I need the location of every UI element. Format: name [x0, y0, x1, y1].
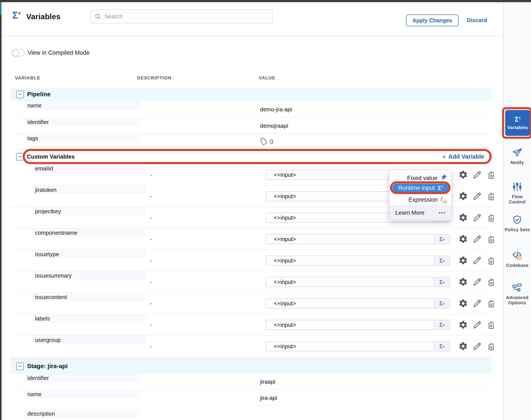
runtime-input-type-button[interactable]: Σx: [434, 299, 450, 308]
column-header-value: VALUE: [259, 75, 275, 80]
variable-value: demo-jra-api: [260, 106, 292, 113]
plus-icon: +: [442, 153, 446, 160]
edit-pencil-icon[interactable]: [472, 277, 482, 287]
add-variable-button[interactable]: + Add Variable: [442, 153, 484, 160]
variable-name: tags: [25, 134, 140, 143]
variable-description: -: [150, 278, 152, 285]
value-type-menu: Fixed value Runtime input Σx Expression …: [389, 170, 451, 221]
section-title: Stage: jira-api: [27, 363, 68, 370]
menu-item-fixed-value[interactable]: Fixed value: [407, 174, 447, 182]
page-title: Variables: [26, 12, 61, 21]
sidebar-item-flow-control[interactable]: Flow Control: [503, 181, 531, 205]
window-left-accent: [0, 2, 1, 15]
tag-icon: [260, 138, 267, 146]
edit-pencil-icon[interactable]: [472, 234, 482, 244]
search-input[interactable]: [104, 13, 258, 20]
table-row: name demo-jra-api: [10, 101, 492, 118]
window-left-edge: [0, 2, 1, 420]
table-row: description: [10, 406, 492, 420]
variable-name: projectkey: [32, 207, 145, 216]
delete-trash-icon[interactable]: [486, 299, 496, 308]
sidebar-item-advanced-options[interactable]: Advanced Options: [503, 282, 531, 305]
delete-trash-icon[interactable]: [486, 234, 496, 244]
value-input[interactable]: <+input>Σx: [266, 255, 450, 266]
collapse-icon[interactable]: −: [16, 153, 24, 161]
delete-trash-icon[interactable]: [486, 170, 496, 180]
settings-gear-icon[interactable]: [458, 320, 468, 330]
flowchart-gear-icon: [512, 282, 522, 293]
search-box[interactable]: [90, 9, 273, 24]
edit-pencil-icon[interactable]: [472, 213, 482, 223]
runtime-input-type-button[interactable]: Σx: [434, 277, 450, 286]
right-sidebar: Σx Variables Notify Flow Control Policy …: [503, 2, 531, 420]
window-top-edge: [0, 0, 531, 2]
sidebar-item-policy-sets[interactable]: Policy Sets: [503, 215, 531, 232]
variable-name: emailid: [32, 164, 145, 173]
variable-name: identifier: [25, 118, 140, 126]
value-input[interactable]: <+input>Σx: [266, 298, 450, 308]
sigma-icon: Σx: [515, 116, 521, 123]
delete-trash-icon[interactable]: [486, 191, 496, 201]
section-title: Pipeline: [27, 91, 50, 98]
apply-changes-button[interactable]: Apply Changes: [406, 15, 459, 26]
value-input[interactable]: <+input>Σx: [266, 277, 450, 287]
variable-description: -: [150, 300, 152, 307]
collapse-icon[interactable]: −: [16, 362, 24, 370]
settings-gear-icon[interactable]: [458, 191, 468, 201]
variable-name: issuesummary: [32, 271, 145, 280]
sliders-icon: [512, 181, 522, 192]
discard-button[interactable]: Discard: [467, 17, 487, 23]
settings-gear-icon[interactable]: [458, 234, 468, 244]
variable-name: name: [25, 390, 140, 399]
settings-gear-icon[interactable]: [458, 277, 468, 287]
settings-gear-icon[interactable]: [458, 342, 468, 351]
column-header-description: DESCRIPTION: [137, 75, 172, 80]
toggle-knob: [12, 50, 19, 56]
sidebar-item-notify[interactable]: Notify: [503, 148, 531, 165]
sidebar-item-variables[interactable]: Σx Variables: [505, 110, 530, 136]
variable-description: -: [150, 214, 152, 221]
variable-name: issuecontent: [32, 293, 145, 301]
runtime-input-type-button[interactable]: Σx: [434, 342, 450, 351]
edit-pencil-icon[interactable]: [472, 256, 482, 265]
settings-gear-icon[interactable]: [458, 256, 468, 265]
value-input[interactable]: <+input>Σx: [266, 234, 450, 244]
menu-item-runtime-input[interactable]: Runtime input Σx: [392, 183, 449, 192]
variable-description: -: [150, 321, 152, 328]
variable-name: issuetype: [32, 250, 145, 258]
runtime-input-type-button[interactable]: Σx: [434, 256, 450, 265]
delete-trash-icon[interactable]: [486, 342, 496, 351]
tags-value: 0: [260, 138, 273, 146]
delete-trash-icon[interactable]: [486, 256, 496, 265]
menu-learn-more[interactable]: Learn More •••: [390, 205, 451, 220]
delete-trash-icon[interactable]: [486, 320, 496, 330]
runtime-input-type-button[interactable]: Σx: [434, 320, 450, 330]
delete-trash-icon[interactable]: [486, 277, 496, 287]
code-warning-icon: [512, 250, 522, 261]
variable-name: description: [25, 409, 140, 418]
value-input[interactable]: <+input>Σx: [266, 341, 450, 351]
variables-sigma-icon: Σx: [12, 11, 21, 20]
edit-pencil-icon[interactable]: [472, 320, 482, 330]
variable-description: -: [150, 236, 152, 242]
edit-pencil-icon[interactable]: [472, 170, 482, 180]
settings-gear-icon[interactable]: [458, 170, 468, 180]
variable-description: -: [150, 343, 152, 350]
settings-gear-icon[interactable]: [458, 299, 468, 308]
custom-variables-section-header: − Custom Variables + Add Variable: [10, 150, 492, 164]
runtime-input-type-button[interactable]: Σx: [434, 235, 450, 244]
variable-value: demojraapi: [260, 122, 288, 129]
collapse-icon[interactable]: −: [16, 90, 24, 98]
variable-name: jiratoken: [32, 185, 145, 194]
delete-trash-icon[interactable]: [486, 213, 496, 223]
compiled-mode-toggle[interactable]: [12, 49, 25, 57]
edit-pencil-icon[interactable]: [472, 191, 482, 201]
settings-gear-icon[interactable]: [458, 213, 468, 223]
table-row: issuetype - <+input>Σx: [10, 250, 492, 271]
edit-pencil-icon[interactable]: [472, 342, 482, 351]
sidebar-item-codebase[interactable]: Codebase: [503, 250, 531, 268]
menu-item-expression[interactable]: Expression f(x): [408, 195, 447, 205]
compiled-mode-label: View in Compiled Mode: [28, 49, 90, 56]
value-input[interactable]: <+input>Σx: [266, 320, 450, 330]
edit-pencil-icon[interactable]: [472, 299, 482, 308]
